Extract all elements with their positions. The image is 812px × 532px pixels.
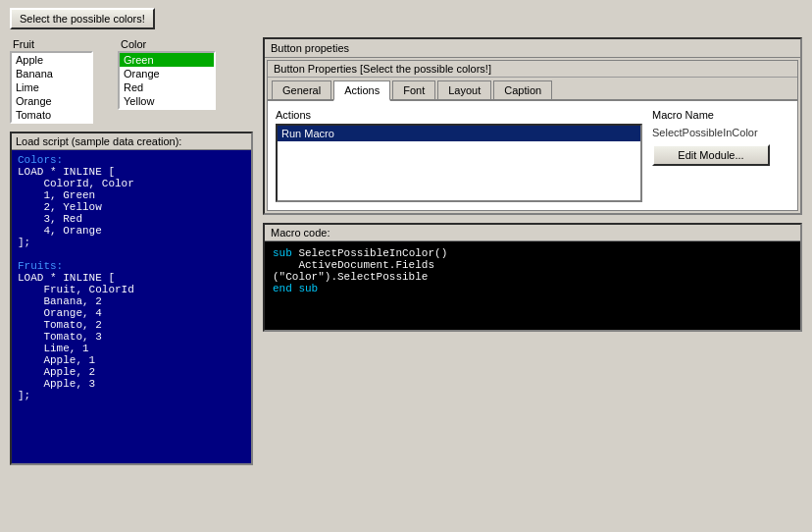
color-listbox-container: Color Green Orange Red Yellow xyxy=(118,37,216,124)
macro-code-panel: Macro code: sub SelectPossibleInColor() … xyxy=(263,223,802,332)
tabs-bar: General Actions Font Layout Caption xyxy=(268,78,797,101)
list-item[interactable]: Banana xyxy=(12,67,91,80)
macro-name-value: SelectPossibleInColor xyxy=(652,127,789,138)
list-item[interactable]: Tomato xyxy=(12,108,91,122)
list-item[interactable]: Apple xyxy=(12,53,91,67)
list-item[interactable]: Yellow xyxy=(120,94,214,108)
button-props-caption: Button Properties [Select the possible c… xyxy=(268,61,797,78)
button-props-title: Button propeties xyxy=(265,39,800,58)
load-script-title: Load script (sample data creation): xyxy=(12,133,251,150)
load-script-content[interactable]: Colors: LOAD * INLINE [ ColorId, Color 1… xyxy=(12,150,251,463)
actions-content: Actions Run Macro Macro Name SelectPossi… xyxy=(268,101,797,210)
fruit-listbox-container: Fruit Apple Banana Lime Orange Tomato xyxy=(10,37,93,124)
tab-layout[interactable]: Layout xyxy=(437,80,491,99)
tab-general[interactable]: General xyxy=(272,80,331,99)
color-listbox-title: Color xyxy=(118,37,216,51)
actions-item[interactable]: Run Macro xyxy=(278,126,640,141)
load-script-panel: Load script (sample data creation): Colo… xyxy=(10,132,253,465)
actions-list[interactable]: Run Macro xyxy=(276,124,642,202)
tab-caption[interactable]: Caption xyxy=(493,80,552,99)
tab-actions[interactable]: Actions xyxy=(333,80,390,101)
actions-label: Actions xyxy=(276,109,642,121)
list-item[interactable]: Red xyxy=(120,80,214,94)
fruit-listbox-title: Fruit xyxy=(10,37,93,51)
button-properties-panel: Button propeties Button Properties [Sele… xyxy=(263,37,802,215)
fruit-listbox[interactable]: Apple Banana Lime Orange Tomato xyxy=(10,51,93,124)
macro-name-label: Macro Name xyxy=(652,109,789,121)
list-item[interactable]: Orange xyxy=(12,94,91,108)
color-listbox[interactable]: Green Orange Red Yellow xyxy=(118,51,216,110)
macro-code-title: Macro code: xyxy=(265,225,800,241)
select-colors-button[interactable]: Select the possible colors! xyxy=(10,8,155,29)
edit-module-button[interactable]: Edit Module... xyxy=(652,144,770,166)
list-item[interactable]: Orange xyxy=(120,67,214,80)
list-item[interactable]: Green xyxy=(120,53,214,67)
tab-font[interactable]: Font xyxy=(392,80,435,99)
list-item[interactable]: Lime xyxy=(12,80,91,94)
macro-code-content[interactable]: sub SelectPossibleInColor() ActiveDocume… xyxy=(265,241,800,330)
